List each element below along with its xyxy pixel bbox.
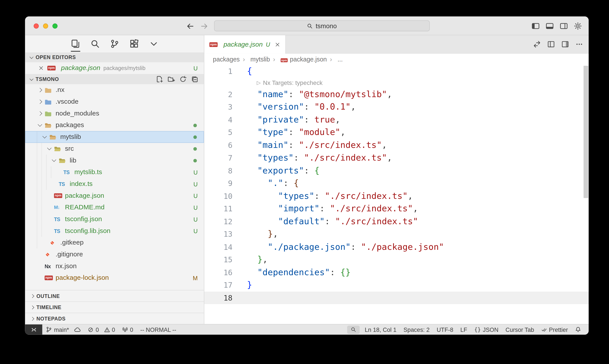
tab-package-json[interactable]: npm package.json U bbox=[204, 35, 286, 53]
codelens-nx-targets[interactable]: ▷Nx Targets: typecheck bbox=[233, 78, 323, 88]
chevron-down-icon bbox=[41, 131, 50, 143]
titlebar-actions bbox=[531, 16, 582, 35]
indent-guide bbox=[46, 178, 51, 190]
tree-item-mytslib[interactable]: mytslib bbox=[25, 131, 204, 143]
tree-item-label: src bbox=[65, 145, 74, 153]
code-line-2[interactable]: 2 "name": "@tsmono/mytslib", bbox=[204, 88, 589, 101]
tree-item-node_modules[interactable]: node_modules bbox=[25, 108, 204, 119]
indentation-indicator[interactable]: Spaces: 2 bbox=[400, 325, 433, 335]
settings-gear-icon[interactable] bbox=[574, 22, 582, 30]
close-tab-icon[interactable] bbox=[275, 42, 280, 47]
tree-item-src[interactable]: src bbox=[25, 143, 204, 155]
toggle-primary-sidebar-icon[interactable] bbox=[531, 22, 540, 30]
vertical-scrollbar[interactable] bbox=[584, 66, 588, 198]
timeline-section-header[interactable]: TIMELINE bbox=[25, 301, 204, 313]
toggle-secondary-sidebar-icon[interactable] bbox=[560, 22, 568, 30]
tree-item-packages[interactable]: packages bbox=[25, 119, 204, 131]
tree-item-tsconfig.json[interactable]: TStsconfig.jsonU bbox=[25, 213, 204, 225]
outline-section-header[interactable]: OUTLINE bbox=[25, 290, 204, 301]
code-line-16[interactable]: 16 "dependencies": {} bbox=[204, 266, 589, 279]
toggle-panel-icon[interactable] bbox=[545, 22, 554, 30]
code-line-18[interactable]: 18 bbox=[204, 291, 589, 304]
tree-item-.gitignore[interactable]: .gitignore bbox=[25, 248, 204, 260]
compare-changes-icon[interactable] bbox=[533, 40, 541, 48]
tree-item-lib[interactable]: lib bbox=[25, 155, 204, 167]
notifications-bell-icon[interactable] bbox=[571, 325, 585, 335]
open-editors-header[interactable]: OPEN EDITORS bbox=[25, 52, 204, 62]
codelens-label: Nx Targets: typecheck bbox=[263, 78, 323, 88]
more-views-chevron-icon[interactable] bbox=[149, 36, 158, 52]
cursor-position-indicator[interactable]: Ln 18, Col 1 bbox=[361, 325, 400, 335]
remote-indicator[interactable] bbox=[25, 325, 42, 335]
code-line-11[interactable]: 11 "import": "./src/index.ts", bbox=[204, 202, 589, 215]
cursor-tab-indicator[interactable]: Cursor Tab bbox=[502, 325, 538, 335]
navigate-forward-button[interactable] bbox=[199, 21, 209, 31]
source-control-icon[interactable] bbox=[110, 36, 119, 52]
close-editor-icon[interactable] bbox=[38, 65, 44, 71]
code-line-3[interactable]: 3 "version": "0.0.1", bbox=[204, 101, 589, 113]
explorer-section-header[interactable]: TSMONO bbox=[25, 74, 204, 84]
breadcrumb-item-mytslib[interactable]: mytslib bbox=[240, 56, 270, 63]
refresh-icon[interactable] bbox=[179, 75, 187, 83]
ports-indicator[interactable]: 0 bbox=[118, 325, 137, 335]
new-folder-icon[interactable] bbox=[168, 75, 175, 83]
code-line-6[interactable]: 6 "main": "./src/index.ts", bbox=[204, 139, 589, 151]
new-file-icon[interactable] bbox=[156, 75, 163, 83]
code-line-10[interactable]: 10 "types": "./src/index.ts", bbox=[204, 190, 589, 202]
maximize-window-button[interactable] bbox=[52, 23, 58, 28]
git-branch-indicator[interactable]: main* bbox=[42, 325, 84, 335]
extensions-icon[interactable] bbox=[129, 36, 139, 52]
command-center-search[interactable]: tsmono bbox=[214, 20, 430, 31]
editor-layout-icon[interactable] bbox=[561, 40, 569, 48]
tree-item-index.ts[interactable]: TSindex.tsU bbox=[25, 178, 204, 190]
npm-icon: npm bbox=[45, 275, 53, 281]
encoding-indicator[interactable]: UTF-8 bbox=[433, 325, 457, 335]
breadcrumb-item-packages[interactable]: packages bbox=[213, 56, 240, 63]
code-line-9[interactable]: 9 ".": { bbox=[204, 177, 589, 190]
more-actions-icon[interactable] bbox=[575, 40, 583, 48]
open-editor-item[interactable]: npm package.json packages/mytslib U bbox=[25, 62, 204, 74]
split-editor-icon[interactable] bbox=[547, 40, 555, 48]
tree-item-label: .gitignore bbox=[56, 250, 83, 258]
tree-item-.vscode[interactable]: .vscode bbox=[25, 96, 204, 108]
tree-item-nx.json[interactable]: Nxnx.json bbox=[25, 260, 204, 272]
search-icon[interactable] bbox=[90, 36, 100, 52]
line-number: 17 bbox=[204, 279, 233, 291]
code-editor[interactable]: 1{▷Nx Targets: typecheck2 "name": "@tsmo… bbox=[204, 65, 589, 324]
formatter-indicator[interactable]: Prettier bbox=[538, 325, 571, 335]
code-line-15[interactable]: 15 }, bbox=[204, 253, 589, 266]
tree-item-package.json[interactable]: npmpackage.jsonU bbox=[25, 190, 204, 202]
notepads-section-header[interactable]: NOTEPADS bbox=[25, 313, 204, 324]
tree-item-package-lock.json[interactable]: npmpackage-lock.jsonM bbox=[25, 272, 204, 284]
language-mode-indicator[interactable]: {} JSON bbox=[471, 325, 502, 335]
navigate-back-button[interactable] bbox=[185, 21, 195, 31]
indent-guide bbox=[41, 201, 46, 213]
code-line-17[interactable]: 17} bbox=[204, 279, 589, 291]
explorer-icon[interactable] bbox=[71, 36, 80, 52]
code-line-7[interactable]: 7 "types": "./src/index.ts", bbox=[204, 151, 589, 164]
git-icon bbox=[45, 251, 53, 258]
zoom-indicator[interactable] bbox=[347, 325, 360, 334]
tree-item-label: nx.json bbox=[56, 262, 77, 270]
code-line-1[interactable]: 1{ bbox=[204, 65, 589, 78]
folder-vscode-icon bbox=[45, 99, 53, 105]
code-line-8[interactable]: 8 "exports": { bbox=[204, 164, 589, 177]
tree-item-tsconfig.lib.json[interactable]: TStsconfig.lib.jsonU bbox=[25, 225, 204, 237]
close-window-button[interactable] bbox=[34, 23, 39, 28]
problems-indicator[interactable]: 0 0 bbox=[84, 325, 118, 335]
code-line-13[interactable]: 13 }, bbox=[204, 228, 589, 240]
minimize-window-button[interactable] bbox=[43, 23, 48, 28]
code-line-4[interactable]: 4 "private": true, bbox=[204, 113, 589, 126]
tree-item-.nx[interactable]: .nx bbox=[25, 84, 204, 96]
eol-indicator[interactable]: LF bbox=[457, 325, 471, 335]
code-line-5[interactable]: 5 "type": "module", bbox=[204, 126, 589, 139]
folder-lib-icon bbox=[59, 157, 67, 164]
tree-item-mytslib.ts[interactable]: TSmytslib.tsU bbox=[25, 166, 204, 178]
breadcrumb-item-package-json[interactable]: npm package.json bbox=[270, 56, 327, 63]
tree-item-README.md[interactable]: M↓README.mdU bbox=[25, 201, 204, 213]
code-line-12[interactable]: 12 "default": "./src/index.ts" bbox=[204, 215, 589, 228]
code-line-14[interactable]: 14 "./package.json": "./package.json" bbox=[204, 240, 589, 253]
tree-item-.gitkeep[interactable]: .gitkeep bbox=[25, 237, 204, 248]
collapse-all-icon[interactable] bbox=[191, 75, 198, 83]
breadcrumb-item-symbol[interactable]: ... bbox=[327, 56, 343, 63]
